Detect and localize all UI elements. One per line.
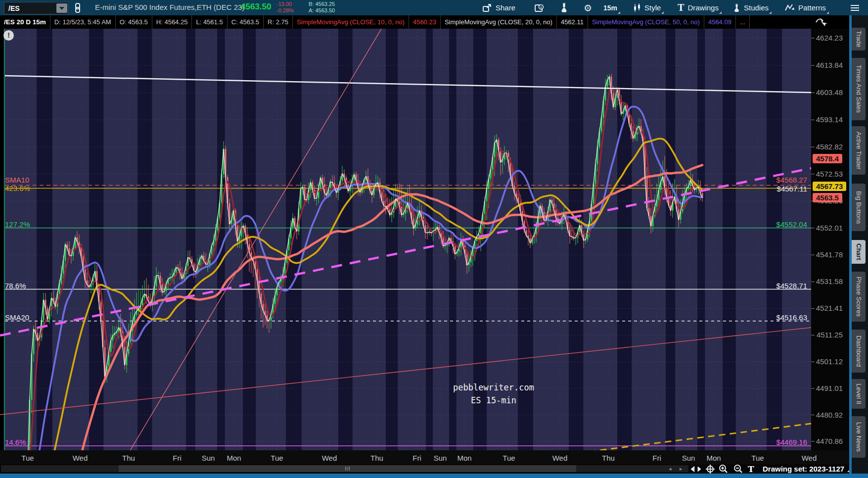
y-tick-label: 4613.84: [815, 61, 843, 69]
y-tick-label: 4501.12: [815, 357, 843, 366]
pan-right-icon[interactable]: ▸: [680, 466, 683, 472]
sidebar-tab-chart[interactable]: Chart: [852, 240, 866, 264]
y-tick-label: 4603.48: [815, 88, 843, 96]
ohlc-segment: SimpleMovingAvg (CLOSE, 50, 0, no): [588, 15, 704, 29]
position-crosshair-icon[interactable]: [705, 464, 715, 474]
pan-left-icon[interactable]: ◂: [669, 466, 672, 472]
sidebar-tab-live-news[interactable]: Live News: [852, 416, 866, 458]
level-label-left: 423.6%: [5, 184, 30, 192]
patterns-button[interactable]: Patterns: [780, 0, 830, 15]
level-label-left: SMA20: [5, 313, 29, 322]
thinkorswim-chart-window: /ES E-mini S&P 500 Index Futures,ETH (DE…: [0, 0, 868, 478]
watermark: pebblewriter.com ES 15-min: [410, 381, 578, 407]
y-tick-label: 4593.14: [815, 115, 843, 124]
day-label: Mon: [457, 454, 471, 462]
level-label-right: $4469.16: [767, 438, 807, 446]
interval-button[interactable]: 15m: [599, 0, 621, 15]
symbol-dropdown-button[interactable]: [56, 3, 67, 13]
chart-scroll-row: ◂ ◂ ▸ T Drawing set: 2023-1127: [0, 464, 849, 474]
ohlc-segment: H: 4564.25: [152, 15, 192, 29]
ohlc-segment: O: 4563.5: [116, 15, 152, 29]
y-tick-label: 4552.01: [815, 224, 843, 232]
instrument-title: E-mini S&P 500 Index Futures,ETH (DEC 23…: [95, 3, 244, 11]
drawings-button[interactable]: T Drawings: [674, 0, 723, 15]
sidebar-tab-phase-scores[interactable]: Phase Scores: [852, 272, 866, 322]
link-charts-icon[interactable]: [74, 3, 81, 13]
top-toolbar: /ES E-mini S&P 500 Index Futures,ETH (DE…: [0, 0, 868, 15]
auto-scale-icon[interactable]: [690, 464, 701, 474]
y-tick-label: 4480.92: [815, 411, 843, 419]
day-label: Wed: [73, 454, 88, 462]
day-label: Tue: [21, 454, 34, 462]
y-tick-label: 4582.82: [815, 143, 843, 151]
sidebar-tab-times-and-sales[interactable]: Times And Sales: [852, 58, 866, 120]
day-label: Wed: [322, 454, 337, 462]
day-label: Tue: [503, 454, 515, 462]
flask-icon: [733, 3, 740, 12]
text-tool-button[interactable]: T: [748, 464, 754, 474]
y-tick-label: 4470.86: [815, 437, 843, 445]
level-label-left: SMA10: [5, 176, 29, 184]
text-t-icon: T: [678, 2, 684, 13]
time-axis: TueWedThuFriSunMonTueWedThuFriSunMonTueW…: [0, 450, 849, 464]
drawing-set-selector[interactable]: Drawing set: 2023-1127: [763, 465, 844, 473]
day-label: Fri: [173, 454, 182, 462]
studies-button[interactable]: Studies: [729, 0, 773, 15]
scrollbar-grip[interactable]: [345, 467, 350, 471]
chevron-down-icon: [826, 11, 829, 14]
flask-icon: [560, 3, 568, 12]
y-tick-label: 4511.25: [815, 331, 843, 339]
price-change: -13.00-0.28%: [276, 1, 294, 14]
day-label: Fri: [652, 454, 661, 462]
sidebar-tab-dashboard[interactable]: Dashboard: [852, 330, 866, 373]
level-label-right: $4528.71: [767, 282, 807, 290]
ohlc-segment: SimpleMovingAvg (CLOSE, 20, 0, no): [441, 15, 557, 29]
y-tick-label: 4521.41: [815, 304, 843, 312]
chart-cursor-tool-icon[interactable]: [815, 16, 827, 27]
y-tick-label: 4491.01: [815, 384, 843, 392]
ohlc-segment: 4562.11: [557, 15, 588, 29]
sidebar-tab-big-buttons[interactable]: Big Buttons: [852, 184, 866, 231]
share-button[interactable]: Share: [479, 0, 519, 15]
menu-icon[interactable]: [847, 0, 863, 15]
analyze-button[interactable]: [556, 0, 572, 15]
sidebar-tab-level-ii[interactable]: Level II: [852, 379, 866, 409]
ohlc-segment: 4560.23: [409, 15, 441, 29]
settings-button[interactable]: ⚙: [580, 0, 596, 15]
zoom-out-icon[interactable]: [733, 464, 743, 474]
level-label-right: $4516.63: [767, 313, 807, 322]
day-label: Thu: [122, 454, 135, 462]
day-label: Tue: [271, 454, 283, 462]
day-label: Sun: [682, 454, 695, 462]
patterns-zigzag-icon: [784, 3, 795, 12]
ohlc-studies-bar: /ES 20 D 15mD: 12/5/23, 5:45 AMO: 4563.5…: [0, 15, 849, 29]
ohlc-segment: D: 12/5/23, 5:45 AM: [50, 15, 116, 29]
level-label-left: 127.2%: [5, 220, 30, 229]
level-label-right: $4568.27: [767, 176, 807, 184]
ohlc-segment: ...: [736, 15, 750, 29]
candlestick-style-icon: [633, 3, 641, 12]
ohlc-segment: C: 4563.5: [228, 15, 264, 29]
share-icon: [483, 3, 492, 12]
price-badge: 4563.5: [813, 193, 842, 202]
day-label: Fri: [412, 454, 421, 462]
y-tick-label: 4624.23: [815, 34, 843, 42]
chevron-down-icon: [618, 11, 620, 14]
y-tick-label: 4572.53: [815, 170, 843, 178]
chevron-down-icon: [719, 11, 722, 14]
chevron-down-icon: [769, 11, 772, 14]
day-label: Mon: [706, 454, 721, 462]
symbol-input[interactable]: /ES: [4, 2, 68, 14]
style-button[interactable]: Style: [629, 0, 665, 15]
zoom-in-icon[interactable]: [718, 464, 729, 474]
day-label: Sun: [202, 454, 215, 462]
sidebar-tab-trade[interactable]: Trade: [852, 28, 866, 50]
day-label: Tue: [751, 454, 764, 462]
day-label: Mon: [227, 454, 241, 462]
bid-ask: B: 4563.25A: 4563.50: [309, 1, 335, 14]
alert-exclamation-icon[interactable]: !: [3, 30, 14, 41]
day-label: Wed: [802, 454, 817, 462]
level-label-left: 14.6%: [5, 438, 26, 446]
sidebar-tab-active-trader[interactable]: Active Trader: [852, 126, 866, 175]
report-button[interactable]: [531, 0, 548, 15]
